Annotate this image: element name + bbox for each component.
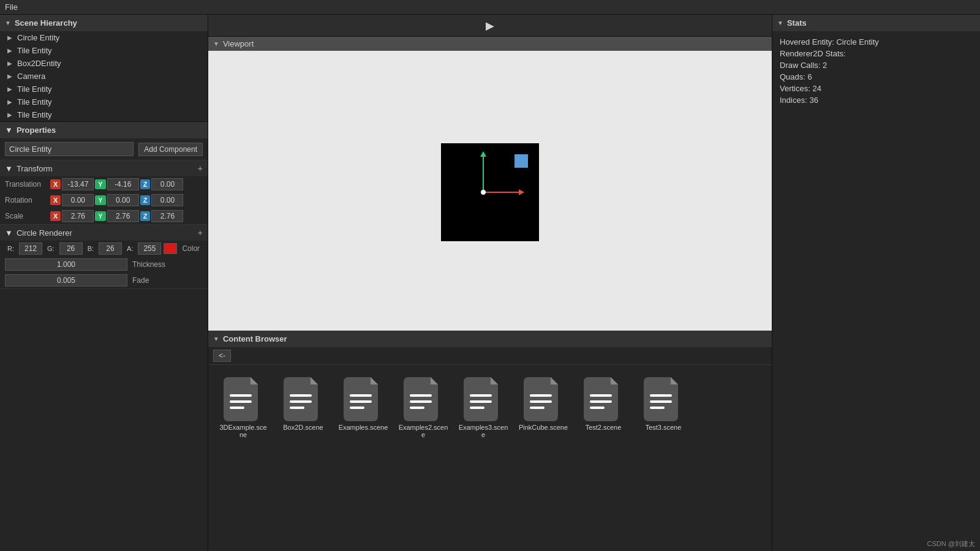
gizmo-dot: [481, 190, 486, 195]
content-browser-title: Content Browser: [223, 334, 287, 343]
right-arrow-head: [519, 189, 524, 195]
content-item-3dexample[interactable]: 3DExample.scene: [216, 372, 271, 544]
hierarchy-item-box2dentity[interactable]: ▶ Box2DEntity: [0, 57, 208, 70]
file-icon: [644, 377, 683, 421]
content-item-label: 3DExample.scene: [218, 424, 268, 438]
content-item-test3[interactable]: Test3.scene: [636, 372, 691, 544]
svg-rect-8: [350, 407, 364, 409]
rotation-z-input[interactable]: [151, 194, 183, 206]
scene-hierarchy-header[interactable]: ▼ Scene Hierarchy: [0, 15, 208, 31]
scale-xyz: X Y Z: [50, 210, 203, 222]
transform-header[interactable]: ▼ Transform +: [0, 160, 208, 176]
content-item-examples2[interactable]: Examples2.scene: [396, 372, 451, 544]
up-arrow-shaft: [483, 156, 484, 190]
viewport-title: Viewport: [223, 39, 254, 48]
content-item-pinkcube[interactable]: PinkCube.scene: [516, 372, 571, 544]
hierarchy-item-tile-entity-2[interactable]: ▶ Tile Entity: [0, 83, 208, 96]
a-label: A:: [124, 244, 135, 253]
color-row: R: G: B: A: Color: [0, 241, 208, 257]
svg-rect-23: [650, 407, 665, 409]
transform-add-icon[interactable]: +: [198, 163, 203, 173]
blue-square: [514, 154, 528, 168]
play-button[interactable]: ▶: [486, 19, 494, 32]
circle-renderer-collapse-icon: ▼: [5, 228, 13, 238]
right-panel: ▼ Stats Hovered Entity: Circle Entity Re…: [772, 15, 980, 551]
svg-rect-2: [230, 407, 244, 409]
rotation-row: Rotation X Y Z: [0, 192, 208, 208]
content-item-test2[interactable]: Test2.scene: [576, 372, 631, 544]
content-item-label: Test2.scene: [586, 424, 622, 431]
stats-header: ▼ Stats: [772, 15, 980, 31]
circle-renderer-add-icon[interactable]: +: [198, 228, 203, 238]
hierarchy-item-label: Tile Entity: [17, 46, 52, 55]
g-label: G:: [45, 244, 57, 253]
content-item-label: PinkCube.scene: [519, 424, 568, 431]
hierarchy-item-label: Camera: [17, 72, 45, 81]
scale-y-input[interactable]: [107, 210, 139, 222]
translation-x-input[interactable]: [62, 178, 94, 190]
quads: Quads: 6: [780, 71, 973, 83]
svg-rect-15: [530, 394, 552, 397]
translation-z-input[interactable]: [151, 178, 183, 190]
fade-input[interactable]: [5, 274, 127, 287]
scene-container: [441, 143, 539, 241]
scene-hierarchy: ▼ Scene Hierarchy ▶ Circle Entity ▶ Tile…: [0, 15, 208, 122]
content-item-label: Box2D.scene: [283, 424, 323, 431]
translation-y-input[interactable]: [107, 178, 139, 190]
indices: Indices: 36: [780, 94, 973, 106]
content-item-label: Examples.scene: [339, 424, 388, 431]
entity-name-input[interactable]: [5, 142, 134, 156]
rotation-y-input[interactable]: [107, 194, 139, 206]
hierarchy-item-tile-entity-4[interactable]: ▶ Tile Entity: [0, 108, 208, 121]
x-badge: X: [50, 211, 61, 221]
content-item-box2d[interactable]: Box2D.scene: [276, 372, 331, 544]
stats-title: Stats: [787, 18, 807, 28]
color-g-input[interactable]: [59, 242, 83, 255]
svg-rect-11: [410, 407, 424, 409]
r-label: R:: [5, 244, 17, 253]
scale-z-input[interactable]: [151, 210, 183, 222]
color-label: Color: [182, 244, 200, 253]
content-browser-header: ▼ Content Browser: [208, 331, 772, 347]
thickness-input[interactable]: [5, 258, 127, 271]
content-item-examples[interactable]: Examples.scene: [336, 372, 391, 544]
left-panel: ▼ Scene Hierarchy ▶ Circle Entity ▶ Tile…: [0, 15, 208, 551]
content-item-examples3[interactable]: Examples3.scene: [456, 372, 511, 544]
svg-rect-22: [650, 400, 672, 403]
content-item-label: Examples3.scene: [458, 424, 508, 438]
svg-rect-3: [290, 394, 312, 397]
file-icon: [524, 377, 563, 421]
menu-file[interactable]: File: [5, 2, 18, 12]
transform-collapse-icon: ▼: [5, 164, 13, 173]
hierarchy-item-camera[interactable]: ▶ Camera: [0, 70, 208, 83]
add-component-button[interactable]: Add Component: [138, 143, 203, 156]
content-nav: <-: [208, 347, 772, 365]
svg-rect-17: [530, 407, 545, 409]
thickness-label: Thickness: [132, 260, 165, 269]
fade-label: Fade: [132, 276, 149, 285]
z-badge: Z: [140, 211, 151, 221]
file-icon: [404, 377, 443, 421]
hierarchy-item-tile-entity-1[interactable]: ▶ Tile Entity: [0, 44, 208, 57]
color-r-input[interactable]: [19, 242, 42, 255]
expand-arrow-icon: ▶: [7, 73, 13, 80]
viewport-canvas[interactable]: [208, 37, 772, 331]
transform-section: ▼ Transform + Translation X Y Z: [0, 160, 208, 225]
hierarchy-item-tile-entity-3[interactable]: ▶ Tile Entity: [0, 96, 208, 108]
color-swatch[interactable]: [164, 243, 177, 254]
color-a-input[interactable]: [138, 242, 161, 255]
back-button[interactable]: <-: [213, 350, 231, 362]
scene-hierarchy-title: Scene Hierarchy: [15, 18, 77, 28]
color-b-input[interactable]: [99, 242, 122, 255]
circle-renderer-header[interactable]: ▼ Circle Renderer +: [0, 225, 208, 241]
svg-rect-9: [410, 394, 432, 397]
scale-x-input[interactable]: [62, 210, 94, 222]
main-layout: ▼ Scene Hierarchy ▶ Circle Entity ▶ Tile…: [0, 15, 980, 551]
viewport-section: ▼ Viewport: [208, 37, 772, 331]
hierarchy-item-circle-entity[interactable]: ▶ Circle Entity: [0, 31, 208, 44]
content-browser-collapse-icon: ▼: [213, 335, 219, 342]
circle-renderer-title: Circle Renderer: [17, 228, 72, 238]
y-badge: Y: [95, 211, 105, 221]
vertices: Vertices: 24: [780, 83, 973, 94]
rotation-x-input[interactable]: [62, 194, 94, 206]
